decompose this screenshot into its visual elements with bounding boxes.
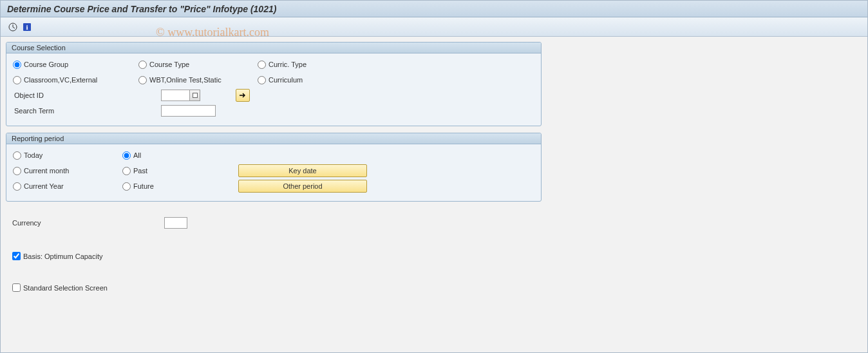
f4-icon xyxy=(193,93,198,98)
radio-curric-type[interactable]: Curric. Type xyxy=(258,61,373,69)
execute-icon[interactable] xyxy=(7,21,19,33)
radio-future[interactable]: Future xyxy=(122,182,238,191)
std-selection-label: Standard Selection Screen xyxy=(23,284,108,292)
page-title: Determine Course Price and Transfer to "… xyxy=(1,1,867,17)
radio-past[interactable]: Past xyxy=(122,167,238,175)
radio-past-input[interactable] xyxy=(122,167,131,175)
radio-current-month[interactable]: Current month xyxy=(13,167,122,175)
radio-course-type-input[interactable] xyxy=(138,61,147,69)
other-period-button[interactable]: Other period xyxy=(238,180,367,193)
radio-wbt[interactable]: WBT,Online Test,Static xyxy=(138,76,258,84)
object-id-f4-button[interactable] xyxy=(190,90,200,101)
radio-today-input[interactable] xyxy=(13,151,21,160)
search-term-label: Search Term xyxy=(13,107,161,115)
radio-today[interactable]: Today xyxy=(13,151,122,160)
radio-course-group[interactable]: Course Group xyxy=(13,61,138,69)
toolbar: i xyxy=(1,17,867,37)
object-id-input[interactable] xyxy=(161,90,190,101)
multiple-selection-button[interactable] xyxy=(236,89,250,102)
radio-curriculum-input[interactable] xyxy=(258,76,266,84)
radio-future-label: Future xyxy=(133,182,154,190)
basis-checkbox[interactable] xyxy=(12,252,21,260)
radio-curric-type-input[interactable] xyxy=(258,61,266,69)
radio-classroom-label: Classroom,VC,External xyxy=(24,76,97,84)
radio-classroom[interactable]: Classroom,VC,External xyxy=(13,76,138,84)
radio-course-type-label: Course Type xyxy=(149,61,189,68)
radio-course-type[interactable]: Course Type xyxy=(138,61,258,69)
reporting-period-group: Reporting period Today All xyxy=(6,133,542,202)
basis-label: Basis: Optimum Capacity xyxy=(23,253,102,260)
object-id-label: Object ID xyxy=(13,91,161,99)
std-selection-checkbox[interactable] xyxy=(12,283,21,292)
course-selection-group: Course Selection Course Group Course Typ… xyxy=(6,42,542,126)
radio-current-year-label: Current Year xyxy=(24,182,64,190)
radio-all-label: All xyxy=(133,151,141,159)
radio-current-year[interactable]: Current Year xyxy=(13,182,122,191)
radio-curriculum-label: Curriculum xyxy=(269,76,303,84)
reporting-period-header: Reporting period xyxy=(6,133,541,144)
radio-future-input[interactable] xyxy=(122,182,131,191)
radio-classroom-input[interactable] xyxy=(13,76,21,84)
radio-curriculum[interactable]: Curriculum xyxy=(258,76,373,84)
key-date-button[interactable]: Key date xyxy=(238,164,367,177)
radio-past-label: Past xyxy=(133,167,147,175)
radio-wbt-label: WBT,Online Test,Static xyxy=(149,76,222,84)
radio-current-month-input[interactable] xyxy=(13,167,21,175)
radio-course-group-label: Course Group xyxy=(24,61,68,68)
currency-input[interactable] xyxy=(164,217,187,229)
radio-wbt-input[interactable] xyxy=(138,76,147,84)
radio-all-input[interactable] xyxy=(122,151,131,160)
svg-line-2 xyxy=(13,27,15,28)
arrow-right-icon xyxy=(239,92,247,99)
radio-all[interactable]: All xyxy=(122,151,238,160)
radio-current-year-input[interactable] xyxy=(13,182,21,191)
radio-today-label: Today xyxy=(24,151,42,159)
search-term-input[interactable] xyxy=(161,105,216,117)
info-icon[interactable]: i xyxy=(21,21,33,33)
radio-current-month-label: Current month xyxy=(24,167,69,175)
radio-curric-type-label: Curric. Type xyxy=(269,61,307,68)
svg-text:i: i xyxy=(26,23,28,31)
course-selection-header: Course Selection xyxy=(6,43,541,53)
currency-label: Currency xyxy=(12,219,164,227)
radio-course-group-input[interactable] xyxy=(13,61,21,69)
